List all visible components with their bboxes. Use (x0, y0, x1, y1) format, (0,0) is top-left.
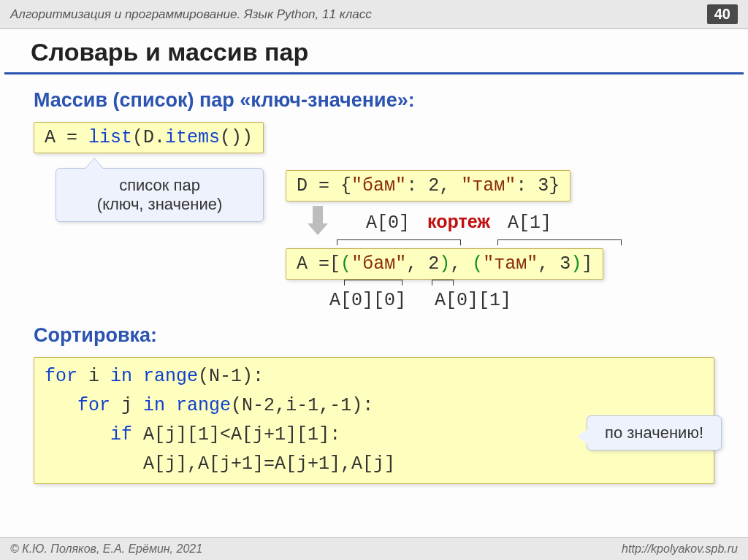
section-label-sort: Сортировка: (34, 324, 714, 347)
callout-list-of-pairs: список пар (ключ, значение) (56, 168, 264, 222)
code-dict-d: D = {"бам": 2, "там": 3} (286, 170, 570, 202)
label-a0: A[0] (366, 212, 410, 234)
section-label-array: Массив (список) пар «ключ-значение»: (34, 89, 714, 112)
callout-by-value: по значению! (587, 415, 722, 450)
label-a01: A[0][1] (435, 290, 511, 311)
slide-content: Массив (список) пар «ключ-значение»: A =… (0, 74, 748, 484)
label-a00: A[0][0] (329, 290, 406, 311)
code-list-a: A =[("бам", 2), ("там", 3)] (286, 248, 603, 280)
arrow-down-icon (308, 206, 328, 235)
footer-copyright: © К.Ю. Поляков, Е.А. Ерёмин, 2021 (10, 542, 202, 556)
label-tuple: кортеж (427, 211, 490, 232)
footer-url: http://kpolyakov.spb.ru (622, 542, 738, 556)
callout-line1: список пар (71, 176, 248, 195)
code-list-items: A = list(D.items()) (34, 122, 264, 153)
page-number: 40 (707, 4, 738, 24)
slide-header: Алгоритмизация и программирование. Язык … (0, 0, 748, 29)
callout-line2: (ключ, значение) (71, 195, 248, 214)
slide-title: Словарь и массив пар (4, 29, 744, 74)
callout-by-value-text: по значению! (605, 423, 703, 442)
header-subtitle: Алгоритмизация и программирование. Язык … (10, 7, 372, 22)
slide-footer: © К.Ю. Поляков, Е.А. Ерёмин, 2021 http:/… (0, 537, 748, 560)
label-a1: A[1] (508, 212, 552, 234)
